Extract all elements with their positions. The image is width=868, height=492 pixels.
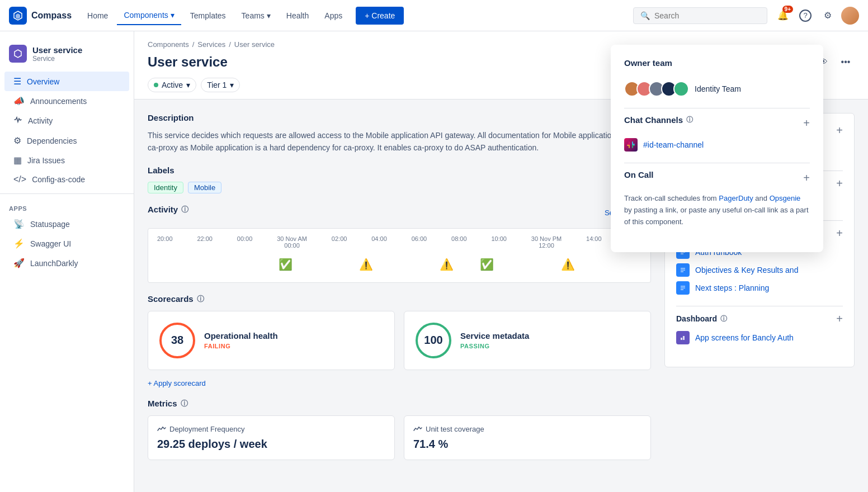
- sidebar-item-launchdarkly[interactable]: 🚀 LaunchDarkly: [4, 253, 129, 273]
- activity-event-warning-2: ⚠️: [440, 258, 480, 271]
- sidebar-item-announcements[interactable]: 📣 Announcements: [4, 91, 129, 111]
- breadcrumb-components[interactable]: Components: [148, 40, 189, 49]
- top-navigation: Compass Home Components ▾ Templates Team…: [0, 0, 868, 31]
- status-pill[interactable]: Active ▾: [148, 78, 196, 92]
- sidebar-item-overview[interactable]: ☰ Overview: [4, 72, 129, 91]
- nav-home[interactable]: Home: [81, 7, 115, 25]
- doc-item-planning[interactable]: Next steps : Planning: [676, 281, 843, 295]
- question-icon: ?: [799, 10, 812, 22]
- page-title: User service: [148, 54, 228, 70]
- chevron-down-icon: ▾: [171, 11, 174, 20]
- status-chevron: ▾: [186, 81, 190, 89]
- dashboard-item: App screens for Bancly Auth: [676, 331, 843, 344]
- add-project-button[interactable]: +: [836, 178, 843, 189]
- owner-avatars: [624, 81, 689, 97]
- sidebar-item-label: Announcements: [30, 97, 87, 106]
- tier-pill[interactable]: Tier 1 ▾: [201, 78, 240, 92]
- config-icon: </>: [13, 174, 26, 184]
- nav-templates[interactable]: Templates: [183, 7, 233, 25]
- notifications-button[interactable]: 🔔 9+: [774, 7, 792, 25]
- nav-teams[interactable]: Teams ▾: [235, 7, 277, 25]
- activity-event-warning-3: ⚠️: [561, 258, 601, 271]
- dashboard-header: Dashboard ⓘ +: [676, 313, 843, 324]
- user-avatar[interactable]: [841, 7, 859, 25]
- metric-deployment-value: 29.25 deploys / week: [157, 438, 385, 451]
- labels-title: Labels: [148, 165, 651, 175]
- activity-event-success-1: ✅: [279, 258, 319, 271]
- sidebar-item-label: Dependencies: [27, 136, 77, 145]
- app-logo[interactable]: Compass: [9, 7, 72, 25]
- opsgenie-link[interactable]: Opsgenie: [770, 194, 801, 202]
- activity-title: Activity ⓘ: [148, 205, 188, 215]
- sidebar-item-config[interactable]: </> Config-as-code: [4, 170, 129, 189]
- metric-test-value: 71.4 %: [413, 438, 641, 451]
- jira-icon: ▦: [13, 155, 22, 165]
- apps-section-label: APPS: [0, 198, 134, 214]
- metrics-info-icon[interactable]: ⓘ: [181, 399, 188, 409]
- breadcrumb-services[interactable]: Services: [197, 40, 225, 49]
- label-mobile[interactable]: Mobile: [188, 182, 221, 193]
- sidebar-item-jira[interactable]: ▦ Jira Issues: [4, 150, 129, 170]
- scorecard-circle-passing: 100: [416, 323, 451, 358]
- status-dot: [154, 83, 158, 87]
- service-name: User service: [32, 45, 82, 55]
- sidebar-item-label: Overview: [27, 77, 59, 86]
- channel-item[interactable]: #id-team-channel: [624, 138, 810, 152]
- notification-badge: 9+: [782, 6, 793, 13]
- owner-team-name[interactable]: Identity Team: [695, 84, 741, 93]
- overlay-chat-title: Chat Channels ⓘ: [624, 115, 693, 125]
- scorecards-info-icon[interactable]: ⓘ: [197, 294, 204, 304]
- metric-deployment-frequency: Deployment Frequency 29.25 deploys / wee…: [148, 415, 395, 460]
- label-identity[interactable]: Identity: [148, 182, 183, 193]
- sidebar-header: User service Service: [0, 40, 134, 72]
- help-button[interactable]: ?: [796, 7, 814, 25]
- settings-button[interactable]: ⚙: [819, 7, 837, 25]
- dependencies-icon: ⚙: [13, 135, 21, 146]
- doc-item-okr[interactable]: Objectives & Key Results and: [676, 263, 843, 277]
- chat-info-icon[interactable]: ⓘ: [686, 115, 693, 125]
- activity-icon: [13, 115, 22, 126]
- nav-components[interactable]: Components ▾: [117, 6, 181, 25]
- activity-header: Activity ⓘ See all activity: [148, 205, 651, 221]
- channel-name: #id-team-channel: [643, 140, 704, 149]
- sidebar-item-dependencies[interactable]: ⚙ Dependencies: [4, 131, 129, 150]
- svg-rect-7: [683, 336, 685, 340]
- metric-icon: [413, 425, 422, 432]
- chevron-down-icon: ▾: [267, 11, 271, 20]
- activity-events-row: ✅ ⚠️ ⚠️ ✅ ⚠️: [157, 253, 641, 276]
- sidebar-item-statuspage[interactable]: 📡 Statuspage: [4, 214, 129, 234]
- add-dashboard-button[interactable]: +: [836, 313, 843, 324]
- doc-name: Next steps : Planning: [695, 283, 769, 292]
- avatar-5: [673, 81, 689, 97]
- sidebar-item-activity[interactable]: Activity: [4, 111, 129, 131]
- breadcrumb-current: User service: [234, 40, 275, 49]
- announcements-icon: 📣: [13, 96, 25, 106]
- add-doc-button[interactable]: +: [836, 228, 843, 239]
- sidebar-item-label: Statuspage: [30, 220, 70, 229]
- nav-apps[interactable]: Apps: [318, 7, 349, 25]
- dashboard-name[interactable]: App screens for Bancly Auth: [695, 333, 794, 342]
- overlay-oncall-title: On Call: [624, 170, 654, 179]
- more-button[interactable]: •••: [837, 53, 855, 71]
- scorecard-info: Service metadata PASSING: [460, 331, 529, 349]
- service-icon: [9, 45, 27, 63]
- sidebar-item-label: Jira Issues: [27, 156, 65, 165]
- description-text: This service decides which requests are …: [148, 129, 651, 154]
- sidebar-item-swagger[interactable]: ⚡ Swagger UI: [4, 234, 129, 253]
- search-input[interactable]: [654, 11, 760, 20]
- metrics-title: Metrics ⓘ: [148, 399, 651, 409]
- apply-scorecard-button[interactable]: + Apply scorecard: [148, 379, 651, 387]
- scorecard-metadata[interactable]: 100 Service metadata PASSING: [404, 311, 651, 370]
- pagerduty-link[interactable]: PagerDuty: [719, 194, 753, 202]
- add-channel-button[interactable]: +: [803, 117, 810, 130]
- overview-icon: ☰: [13, 76, 21, 87]
- nav-health[interactable]: Health: [280, 7, 315, 25]
- create-button[interactable]: + Create: [356, 7, 404, 25]
- dashboard-info-icon[interactable]: ⓘ: [720, 314, 727, 324]
- add-repo-button[interactable]: +: [836, 125, 843, 136]
- add-oncall-button[interactable]: +: [803, 172, 810, 184]
- search-box[interactable]: 🔍: [633, 7, 767, 24]
- scorecard-operational[interactable]: 38 Operational health FAILING: [148, 311, 395, 370]
- activity-info-icon[interactable]: ⓘ: [181, 205, 188, 215]
- dashboard-section: Dashboard ⓘ + App screens for Bancly Aut…: [676, 313, 843, 344]
